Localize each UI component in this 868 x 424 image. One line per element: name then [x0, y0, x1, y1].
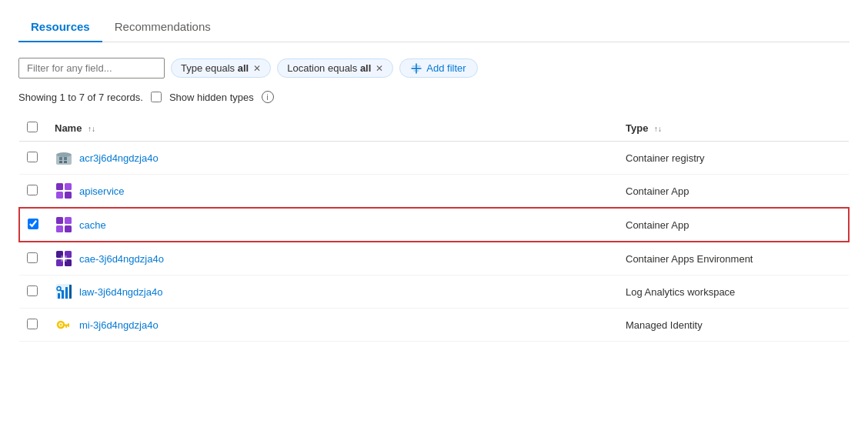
table-body: acr3j6d4ngdzja4oContainer registry apise… [19, 142, 849, 342]
resource-link[interactable]: acr3j6d4ngdzja4o [79, 152, 159, 164]
resource-link[interactable]: cache [79, 219, 106, 231]
svg-rect-29 [68, 323, 69, 327]
type-filter-chip[interactable]: Type equals all ✕ [171, 58, 271, 78]
select-all-header [19, 115, 47, 142]
info-icon[interactable]: i [262, 91, 274, 103]
show-hidden-types-label: Show hidden types [169, 92, 254, 103]
resource-name-cell: acr3j6d4ngdzja4o [55, 149, 610, 167]
tab-resources[interactable]: Resources [18, 12, 102, 42]
select-all-checkbox[interactable] [27, 122, 38, 132]
show-hidden-types-checkbox[interactable] [151, 92, 162, 102]
resource-name-cell: apiservice [55, 182, 610, 200]
svg-rect-10 [56, 217, 63, 224]
location-filter-close-icon[interactable]: ✕ [376, 63, 383, 74]
location-filter-chip[interactable]: Location equals all ✕ [277, 58, 393, 78]
svg-rect-22 [65, 287, 68, 299]
container-app-icon [55, 182, 73, 200]
resource-name-cell: cae-3j6d4ngdzja4o [55, 249, 610, 268]
container-apps-env-icon [55, 249, 73, 268]
resource-name-cell: law-3j6d4ngdzja4o [55, 282, 610, 301]
resource-table: Name ↑↓ Type ↑↓ acr3j6d4ngdzja4oContaine… [18, 115, 850, 342]
row-checkbox[interactable] [27, 152, 38, 162]
resource-type: Container App [618, 175, 849, 209]
managed-identity-icon [55, 315, 73, 334]
svg-point-27 [60, 324, 62, 326]
svg-rect-12 [56, 225, 63, 232]
svg-rect-9 [65, 192, 72, 199]
type-sort-icon[interactable]: ↑↓ [654, 125, 662, 133]
name-sort-icon[interactable]: ↑↓ [88, 125, 95, 133]
resource-name-cell: cache [55, 215, 610, 234]
add-filter-icon [411, 63, 422, 74]
resource-link[interactable]: cae-3j6d4ngdzja4o [79, 253, 164, 265]
add-filter-button[interactable]: Add filter [399, 58, 477, 78]
log-analytics-icon [55, 282, 73, 301]
table-row[interactable]: law-3j6d4ngdzja4oLog Analytics workspace [19, 275, 849, 309]
row-checkbox[interactable] [27, 319, 38, 329]
filters-bar: Type equals all ✕ Location equals all ✕ … [18, 58, 850, 78]
tab-recommendations[interactable]: Recommendations [102, 12, 223, 42]
records-count-text: Showing 1 to 7 of 7 records. [18, 92, 143, 103]
svg-rect-6 [56, 183, 63, 190]
svg-rect-7 [65, 183, 72, 190]
tab-bar: Resources Recommendations [18, 12, 850, 42]
svg-rect-3 [64, 157, 67, 160]
location-filter-label: Location equals all [287, 62, 371, 74]
resource-link[interactable]: law-3j6d4ngdzja4o [79, 286, 162, 298]
svg-rect-20 [58, 293, 60, 299]
svg-rect-5 [64, 161, 67, 163]
table-header-row: Name ↑↓ Type ↑↓ [19, 115, 849, 142]
table-row[interactable]: apiserviceContainer App [19, 175, 849, 209]
records-info-bar: Showing 1 to 7 of 7 records. Show hidden… [18, 91, 850, 103]
svg-rect-2 [59, 157, 62, 160]
resource-name-cell: mi-3j6d4ngdzja4o [55, 315, 610, 334]
container-app-icon [55, 215, 73, 234]
resource-link[interactable]: mi-3j6d4ngdzja4o [79, 319, 159, 331]
search-input[interactable] [18, 58, 165, 78]
row-checkbox[interactable] [28, 219, 38, 229]
svg-rect-23 [69, 285, 72, 299]
row-checkbox[interactable] [27, 285, 38, 296]
resource-link[interactable]: apiservice [79, 185, 125, 197]
svg-rect-13 [65, 225, 72, 232]
resource-type: Container Apps Environment [618, 242, 849, 275]
row-checkbox[interactable] [27, 185, 38, 195]
add-filter-label: Add filter [426, 62, 466, 74]
svg-rect-11 [65, 217, 72, 224]
svg-point-1 [56, 152, 72, 157]
resource-type: Container registry [618, 142, 849, 175]
svg-rect-8 [56, 192, 63, 199]
row-checkbox[interactable] [27, 252, 38, 263]
type-filter-label: Type equals all [181, 62, 249, 74]
resource-type: Managed Identity [618, 309, 849, 342]
container-registry-icon [55, 149, 73, 167]
svg-rect-4 [59, 161, 62, 163]
type-filter-close-icon[interactable]: ✕ [253, 63, 261, 74]
resource-type: Log Analytics workspace [618, 275, 849, 309]
name-column-header[interactable]: Name ↑↓ [47, 115, 618, 142]
svg-rect-30 [65, 326, 67, 329]
table-row[interactable]: cacheContainer App [19, 208, 849, 242]
table-row[interactable]: mi-3j6d4ngdzja4oManaged Identity [19, 309, 849, 342]
type-column-header[interactable]: Type ↑↓ [618, 115, 849, 142]
resource-type: Container App [618, 208, 849, 242]
table-row[interactable]: acr3j6d4ngdzja4oContainer registry [19, 142, 849, 175]
svg-rect-18 [61, 255, 67, 262]
table-row[interactable]: cae-3j6d4ngdzja4oContainer Apps Environm… [19, 242, 849, 275]
